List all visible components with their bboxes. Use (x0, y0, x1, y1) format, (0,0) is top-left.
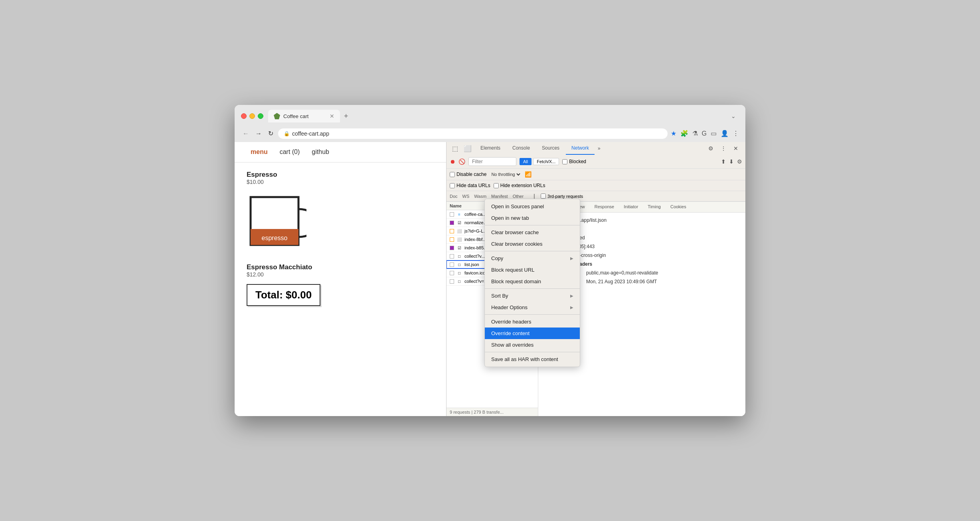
active-tab[interactable]: Coffee cart ✕ (268, 110, 340, 122)
reload-button[interactable]: ↻ (267, 128, 275, 139)
bookmark-icon[interactable]: ★ (671, 130, 676, 137)
wasm-filter[interactable]: Wasm (474, 194, 486, 199)
upload-icon[interactable]: ⬆ (721, 158, 726, 165)
item-checkbox[interactable] (450, 254, 454, 259)
grammarly-icon[interactable]: G (702, 130, 707, 137)
menu-clear-cookies[interactable]: Clear browser cookies (485, 238, 580, 250)
profile-icon[interactable]: 👤 (721, 130, 729, 137)
filter-chips: All Fetch/X... (520, 158, 559, 165)
inspect-element-icon[interactable]: ⬚ (450, 143, 460, 154)
address-input[interactable]: 🔒 coffee-cart.app (278, 128, 668, 139)
download-icon[interactable]: ⬇ (729, 158, 734, 165)
name-column-header: Name (450, 203, 462, 208)
browser-window: Coffee cart ✕ + ⌄ ← → ↻ 🔒 coffee-cart.ap… (235, 105, 745, 416)
tab-cookies[interactable]: Cookies (666, 202, 691, 212)
network-settings-icon[interactable]: ⚙ (737, 158, 742, 165)
item-checkbox[interactable] (450, 221, 454, 225)
item-checkbox[interactable] (450, 229, 454, 233)
product-price: $10.00 (247, 179, 434, 185)
menu-divider (485, 251, 580, 251)
forward-button[interactable]: → (254, 128, 263, 139)
tab-console[interactable]: Console (507, 142, 535, 155)
item-checkbox[interactable] (450, 262, 454, 267)
item-checkbox[interactable] (450, 237, 454, 242)
devtools-more-button[interactable]: ⋮ (718, 144, 729, 153)
tab-network[interactable]: Network (566, 142, 595, 155)
other-filter[interactable]: Other (513, 194, 524, 199)
nav-cart[interactable]: cart (0) (280, 148, 300, 156)
menu-sort-by[interactable]: Sort By ▶ (485, 290, 580, 302)
item-checkbox[interactable] (450, 271, 454, 275)
menu-open-tab[interactable]: Open in new tab (485, 212, 580, 224)
menu-block-url[interactable]: Block request URL (485, 264, 580, 276)
sidebar-icon[interactable]: ▭ (711, 130, 717, 137)
device-mode-icon[interactable]: ⬜ (461, 143, 474, 154)
hide-data-urls-checkbox[interactable] (450, 183, 455, 188)
clear-button[interactable]: 🚫 (458, 158, 465, 165)
hide-ext-urls-label[interactable]: Hide extension URLs (494, 183, 545, 188)
minimize-button[interactable] (249, 113, 255, 119)
menu-override-content[interactable]: Override content (485, 328, 580, 339)
traffic-lights (241, 113, 263, 119)
close-button[interactable] (241, 113, 247, 119)
devtools-settings-button[interactable]: ⚙ (706, 144, 716, 153)
filter-input[interactable] (468, 157, 516, 166)
doc-filter[interactable]: Doc (450, 194, 458, 199)
menu-override-headers[interactable]: Override headers (485, 316, 580, 328)
chip-fetch[interactable]: Fetch/X... (533, 158, 559, 165)
extensions-icon[interactable]: 🧩 (680, 130, 688, 137)
menu-copy[interactable]: Copy ▶ (485, 253, 580, 264)
tab-timing[interactable]: Timing (643, 202, 666, 212)
context-menu: Open in Sources panel Open in new tab Cl… (484, 199, 580, 367)
product-espresso: Espresso $10.00 espresso (247, 171, 434, 257)
back-button[interactable]: ← (241, 128, 251, 139)
menu-save-har[interactable]: Save all as HAR with content (485, 353, 580, 365)
chip-all[interactable]: All (520, 158, 531, 165)
content-area: menu cart (0) github Espresso $10.00 (235, 142, 745, 416)
tab-strip-dropdown[interactable]: ⌄ (731, 113, 739, 119)
maximize-button[interactable] (258, 113, 263, 119)
tab-close-button[interactable]: ✕ (330, 113, 334, 119)
menu-header-options[interactable]: Header Options ▶ (485, 302, 580, 313)
menu-clear-cache[interactable]: Clear browser cache (485, 227, 580, 238)
network-status: 9 requests | 279 B transfe... (447, 408, 538, 416)
svg-text:espresso: espresso (262, 235, 288, 241)
new-tab-button[interactable]: + (340, 111, 352, 122)
chrome-menu-icon[interactable]: ⋮ (733, 130, 739, 137)
menu-arrow-icon: ▶ (570, 256, 573, 260)
item-checkbox[interactable] (450, 279, 454, 284)
tab-sources[interactable]: Sources (536, 142, 565, 155)
tab-more[interactable]: » (595, 142, 603, 154)
blocked-check[interactable] (562, 159, 567, 164)
hide-data-urls-label[interactable]: Hide data URLs (450, 183, 490, 188)
third-party-checkbox[interactable] (541, 193, 546, 199)
tab-initiator[interactable]: Initiator (619, 202, 643, 212)
menu-block-domain[interactable]: Block request domain (485, 276, 580, 287)
item-checkbox[interactable] (450, 212, 454, 217)
third-party-label[interactable]: 3rd-party requests (541, 193, 583, 199)
ws-filter[interactable]: WS (462, 194, 470, 199)
tab-elements[interactable]: Elements (475, 142, 506, 155)
blocked-checkbox[interactable]: Blocked (562, 159, 586, 164)
record-button[interactable]: ⏺ (450, 158, 455, 165)
menu-open-sources[interactable]: Open in Sources panel (485, 201, 580, 212)
throttle-select[interactable]: No throttling Fast 3G Slow 3G (490, 172, 522, 177)
menu-override-content-label: Override content (491, 330, 530, 336)
disable-cache-checkbox[interactable] (450, 172, 455, 177)
menu-override-headers-label: Override headers (491, 319, 531, 325)
espresso-cup[interactable]: espresso (247, 189, 306, 257)
item-checkbox[interactable] (450, 246, 454, 250)
product2-price: $12.00 (247, 271, 434, 278)
hide-ext-urls-checkbox[interactable] (494, 183, 499, 188)
manifest-filter[interactable]: Manifest (491, 194, 508, 199)
tab-bar: Coffee cart ✕ + ⌄ (268, 110, 739, 122)
disable-cache-label[interactable]: Disable cache (450, 172, 486, 177)
tab-response[interactable]: Response (590, 202, 619, 212)
menu-divider (485, 288, 580, 289)
nav-github[interactable]: github (312, 148, 329, 156)
menu-show-overrides[interactable]: Show all overrides (485, 339, 580, 351)
nav-menu[interactable]: menu (251, 148, 268, 156)
devtools-close-button[interactable]: ✕ (731, 144, 741, 153)
labs-icon[interactable]: ⚗ (692, 130, 698, 137)
toolbar-icons: ★ 🧩 ⚗ G ▭ 👤 ⋮ (671, 130, 739, 137)
